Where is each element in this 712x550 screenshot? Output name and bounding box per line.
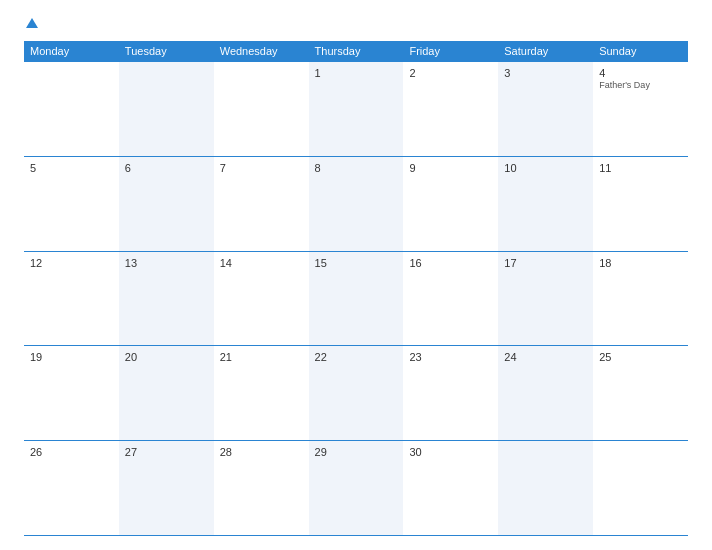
day-number: 28 [220, 446, 303, 458]
day-number: 21 [220, 351, 303, 363]
day-number: 29 [315, 446, 398, 458]
day-number: 10 [504, 162, 587, 174]
calendar-cell: 12 [24, 252, 119, 346]
calendar-cell: 17 [498, 252, 593, 346]
calendar-cell: 3 [498, 62, 593, 156]
day-number: 8 [315, 162, 398, 174]
calendar-cell: 11 [593, 157, 688, 251]
calendar-cell: 14 [214, 252, 309, 346]
weekday-header: Tuesday [119, 41, 214, 61]
calendar-cell: 10 [498, 157, 593, 251]
calendar-cell [24, 62, 119, 156]
day-number: 1 [315, 67, 398, 79]
calendar-cell: 7 [214, 157, 309, 251]
calendar-cell: 19 [24, 346, 119, 440]
calendar-cell: 24 [498, 346, 593, 440]
calendar-week: 19202122232425 [24, 346, 688, 441]
calendar-cell [214, 62, 309, 156]
calendar-page: MondayTuesdayWednesdayThursdayFridaySatu… [0, 0, 712, 550]
calendar-cell: 29 [309, 441, 404, 535]
calendar-cell [119, 62, 214, 156]
calendar-body: 1234Father's Day567891011121314151617181… [24, 61, 688, 536]
calendar-cell: 6 [119, 157, 214, 251]
day-number: 27 [125, 446, 208, 458]
logo-text [24, 18, 38, 31]
weekday-header: Thursday [309, 41, 404, 61]
day-number: 30 [409, 446, 492, 458]
calendar-cell: 2 [403, 62, 498, 156]
day-number: 15 [315, 257, 398, 269]
calendar-cell: 27 [119, 441, 214, 535]
calendar-cell: 18 [593, 252, 688, 346]
day-number: 9 [409, 162, 492, 174]
day-number: 19 [30, 351, 113, 363]
calendar-cell: 28 [214, 441, 309, 535]
day-number: 23 [409, 351, 492, 363]
day-number: 16 [409, 257, 492, 269]
calendar-cell: 23 [403, 346, 498, 440]
weekday-header: Monday [24, 41, 119, 61]
calendar-cell: 30 [403, 441, 498, 535]
calendar-cell: 15 [309, 252, 404, 346]
calendar-cell: 1 [309, 62, 404, 156]
weekday-header: Sunday [593, 41, 688, 61]
day-number: 6 [125, 162, 208, 174]
calendar: MondayTuesdayWednesdayThursdayFridaySatu… [24, 41, 688, 536]
calendar-cell: 25 [593, 346, 688, 440]
day-number: 4 [599, 67, 682, 79]
calendar-cell: 16 [403, 252, 498, 346]
day-number: 2 [409, 67, 492, 79]
day-number: 20 [125, 351, 208, 363]
day-number: 25 [599, 351, 682, 363]
day-number: 5 [30, 162, 113, 174]
calendar-week: 567891011 [24, 157, 688, 252]
header [24, 18, 688, 31]
calendar-cell [593, 441, 688, 535]
logo-triangle-icon [26, 18, 38, 28]
calendar-cell: 22 [309, 346, 404, 440]
day-number: 11 [599, 162, 682, 174]
day-number: 18 [599, 257, 682, 269]
day-number: 26 [30, 446, 113, 458]
day-number: 3 [504, 67, 587, 79]
day-number: 14 [220, 257, 303, 269]
weekday-header: Friday [403, 41, 498, 61]
weekday-header: Wednesday [214, 41, 309, 61]
calendar-week: 2627282930 [24, 441, 688, 536]
day-number: 24 [504, 351, 587, 363]
calendar-cell: 8 [309, 157, 404, 251]
day-number: 13 [125, 257, 208, 269]
day-number: 12 [30, 257, 113, 269]
day-number: 22 [315, 351, 398, 363]
calendar-cell: 9 [403, 157, 498, 251]
calendar-week: 12131415161718 [24, 252, 688, 347]
calendar-cell [498, 441, 593, 535]
weekday-header: Saturday [498, 41, 593, 61]
calendar-cell: 5 [24, 157, 119, 251]
calendar-cell: 4Father's Day [593, 62, 688, 156]
calendar-cell: 13 [119, 252, 214, 346]
holiday-label: Father's Day [599, 80, 682, 90]
calendar-cell: 20 [119, 346, 214, 440]
calendar-cell: 21 [214, 346, 309, 440]
calendar-week: 1234Father's Day [24, 61, 688, 157]
calendar-cell: 26 [24, 441, 119, 535]
calendar-header: MondayTuesdayWednesdayThursdayFridaySatu… [24, 41, 688, 61]
day-number: 17 [504, 257, 587, 269]
day-number: 7 [220, 162, 303, 174]
logo [24, 18, 38, 31]
